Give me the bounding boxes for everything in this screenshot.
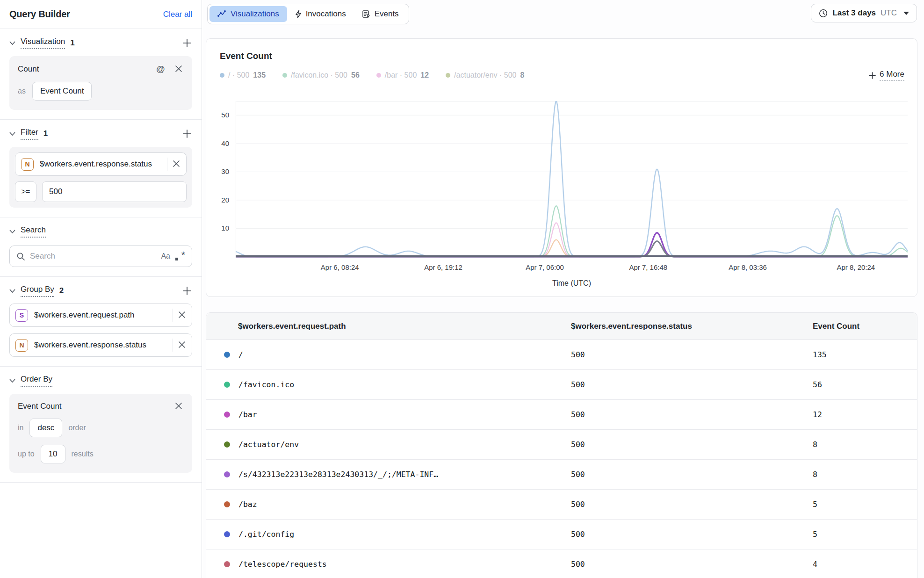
legend-more-button[interactable]: 6 More [868,70,904,81]
svg-text:Apr 8, 03:36: Apr 8, 03:36 [729,263,767,271]
event-count-chart[interactable]: 1020304050Apr 6, 08:24Apr 6, 19:12Apr 7,… [206,101,917,288]
legend-item[interactable]: / · 500 135 [220,71,266,79]
svg-text:40: 40 [221,139,229,147]
remove-filter-button[interactable] [172,159,181,169]
series-color-dot [224,412,230,418]
chevron-down-icon[interactable] [9,230,15,234]
cell-event-count: 5 [813,530,817,539]
table-row[interactable]: /.git/config5005 [206,520,917,549]
at-icon[interactable]: @ [156,64,165,74]
chart-card: Event Count / · 500 135/favicon.ico · 50… [206,38,917,297]
match-case-icon[interactable]: Aa [161,252,170,260]
cell-response-status: 500 [571,350,585,359]
number-type-icon: N [15,339,28,352]
results-table-card: $workers.event.request.path $workers.eve… [206,312,917,578]
plus-icon [868,72,876,79]
table-row[interactable]: /actuator/env5008 [206,430,917,460]
legend-series-name: /actuator/env · 500 [454,71,516,79]
time-range-timezone: UTC [881,8,897,18]
table-row[interactable]: /telescope/requests5004 [206,549,917,578]
column-header-path[interactable]: $workers.event.request.path [206,313,571,340]
time-range-select[interactable]: Last 3 days UTC [811,4,917,22]
search-section-label[interactable]: Search [21,225,46,238]
filter-operator-select[interactable]: >= [15,181,36,202]
svg-text:10: 10 [221,224,229,232]
tab-label: Events [375,9,399,19]
table-row[interactable]: /500135 [206,340,917,370]
group-by-section: Group By 2 S $workers.event.request.path… [0,277,202,367]
chart-series [236,206,908,257]
number-type-icon: N [21,158,34,171]
legend-item[interactable]: /bar · 500 12 [376,71,429,79]
chart-series [236,233,908,257]
search-field[interactable]: Aa * [9,246,192,267]
chevron-down-icon[interactable] [9,289,15,293]
legend-series-name: /favicon.ico · 500 [291,71,347,79]
regex-icon[interactable]: * [175,251,185,261]
series-color-dot [224,352,230,358]
legend-item[interactable]: /favicon.ico · 500 56 [282,71,360,79]
cell-response-status: 500 [571,470,585,479]
filter-field[interactable]: N $workers.event.response.status [15,152,187,176]
tab-visualizations[interactable]: Visualizations [209,6,287,22]
results-label: results [72,450,94,458]
add-group-by-button[interactable] [182,286,192,296]
cell-response-status: 500 [571,500,585,509]
order-by-section-label[interactable]: Order By [21,375,52,387]
sidebar-header: Query Builder Clear all [0,0,202,29]
plus-icon [182,129,192,139]
search-input[interactable] [30,252,156,261]
remove-group-by-button[interactable] [178,340,187,350]
column-header-status[interactable]: $workers.event.response.status [571,313,813,340]
visualization-card: Count @ as Event Count [9,56,192,110]
in-label: in [18,424,23,432]
svg-text:20: 20 [221,196,229,204]
filter-section-label[interactable]: Filter [21,128,38,140]
visualization-alias-field[interactable]: Event Count [32,82,92,101]
group-by-field[interactable]: N $workers.event.response.status [9,333,192,357]
order-by-field[interactable]: Event Count [18,402,62,411]
table-row[interactable]: /favicon.ico50056 [206,370,917,400]
legend-dot [376,73,381,78]
chevron-down-icon [903,12,909,15]
query-builder-sidebar: Query Builder Clear all Visualization 1 … [0,0,202,578]
chevron-down-icon[interactable] [9,41,15,45]
add-filter-button[interactable] [182,129,192,139]
tab-events[interactable]: Events [354,6,407,22]
series-color-dot [224,531,230,537]
clock-icon [819,9,828,18]
clear-all-link[interactable]: Clear all [163,10,192,19]
remove-order-by-button[interactable] [174,402,184,411]
legend-item[interactable]: /actuator/env · 500 8 [446,71,524,79]
group-by-section-label[interactable]: Group By [21,285,54,297]
group-by-field[interactable]: S $workers.event.request.path [9,303,192,327]
table-row[interactable]: /baz5005 [206,490,917,520]
series-color-dot [224,471,230,477]
chevron-down-icon[interactable] [9,379,15,383]
filter-value-input[interactable] [42,181,187,202]
tab-invocations[interactable]: Invocations [287,6,354,22]
table-body: /500135/favicon.ico50056/bar50012/actuat… [206,340,917,578]
chevron-down-icon[interactable] [9,132,15,136]
add-visualization-button[interactable] [182,38,192,48]
chart-legend: / · 500 135/favicon.ico · 500 56/bar · 5… [220,70,904,81]
cell-response-status: 500 [571,560,585,569]
time-range-label: Last 3 days [832,8,876,18]
remove-group-by-button[interactable] [178,311,187,320]
result-limit-input[interactable]: 10 [41,445,65,463]
cell-response-status: 500 [571,380,585,389]
svg-text:Apr 6, 08:24: Apr 6, 08:24 [321,263,359,271]
visualization-section: Visualization 1 Count @ as Event Count [0,29,202,120]
close-icon [178,340,186,349]
filter-field-name: $workers.event.response.status [40,159,152,169]
table-row[interactable]: /bar50012 [206,400,917,430]
group-by-field-name: $workers.event.response.status [34,340,146,350]
remove-visualization-button[interactable] [174,65,184,74]
visualization-section-label[interactable]: Visualization [21,37,65,49]
svg-text:Apr 7, 16:48: Apr 7, 16:48 [629,263,667,271]
table-row[interactable]: /s/432313e22313e28313e2430313/_/;/META-I… [206,460,917,490]
sort-direction-select[interactable]: desc [29,419,62,437]
legend-series-count: 8 [520,71,525,79]
column-header-count[interactable]: Event Count [813,313,917,340]
legend-dot [282,73,287,78]
